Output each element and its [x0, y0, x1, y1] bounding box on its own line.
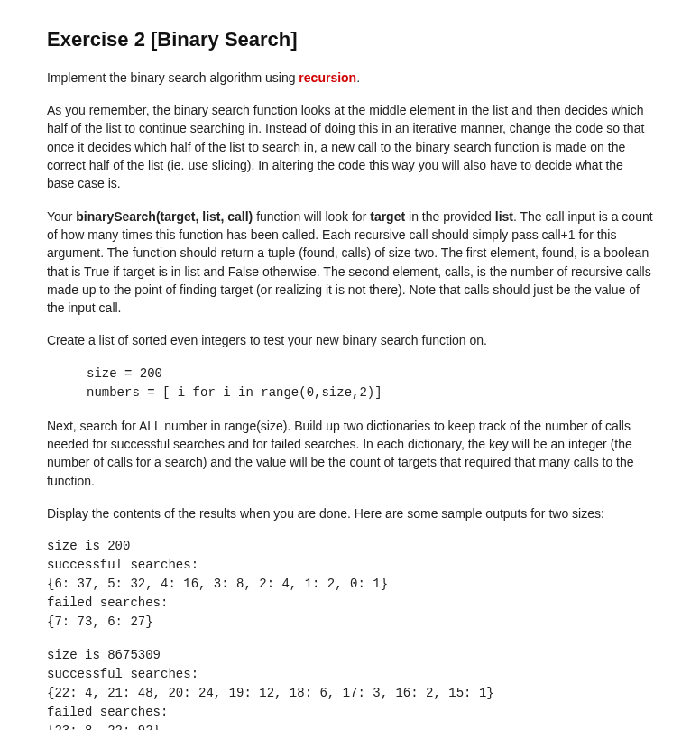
- paragraph-2: Your binarySearch(target, list, call) fu…: [47, 208, 653, 318]
- intro-suffix: .: [356, 70, 360, 85]
- intro-prefix: Implement the binary search algorithm us…: [47, 70, 299, 85]
- exercise-title: Exercise 2 [Binary Search]: [47, 25, 653, 54]
- paragraph-1: As you remember, the binary search funct…: [47, 101, 653, 192]
- p2-b: function will look for: [253, 209, 370, 224]
- recursion-keyword: recursion: [299, 70, 356, 85]
- p2-d: . The call input is a count of how many …: [47, 209, 653, 315]
- p2-a: Your: [47, 209, 76, 224]
- intro-paragraph: Implement the binary search algorithm us…: [47, 69, 653, 87]
- paragraph-5: Display the contents of the results when…: [47, 504, 653, 522]
- function-signature: binarySearch(target, list, call): [76, 209, 253, 224]
- sample-output-2: size is 8675309 successful searches: {22…: [47, 646, 653, 730]
- code-block-1: size = 200 numbers = [ i for i in range(…: [47, 365, 653, 402]
- paragraph-3: Create a list of sorted even integers to…: [47, 331, 653, 349]
- p2-c: in the provided: [405, 209, 495, 224]
- list-keyword: list: [495, 209, 513, 224]
- target-keyword: target: [370, 209, 405, 224]
- sample-output-1: size is 200 successful searches: {6: 37,…: [47, 537, 653, 632]
- paragraph-4: Next, search for ALL number in range(siz…: [47, 417, 653, 490]
